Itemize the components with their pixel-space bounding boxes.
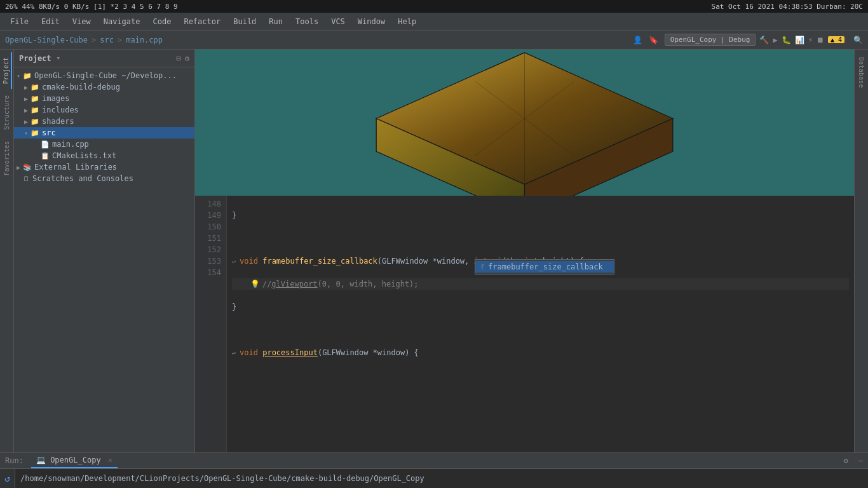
breadcrumb-src[interactable]: src: [100, 36, 114, 44]
debug-icon[interactable]: 🐛: [782, 36, 791, 44]
menu-refactor[interactable]: Refactor: [179, 16, 226, 27]
run-tab-name: OpenGL_Copy: [50, 456, 100, 464]
project-title: Project: [19, 54, 51, 63]
tree-root-label: OpenGL-Single-Cube ~/Develop...: [34, 71, 177, 80]
search-icon[interactable]: 🔍: [853, 36, 863, 44]
run-settings-icon[interactable]: ⚙: [844, 456, 848, 465]
system-bar-left: 26% 44% 8KB/s 0 KB/s [1] *2 3 4 5 6 7 8 …: [5, 3, 178, 11]
run-config-icon[interactable]: ▶: [773, 36, 777, 44]
tree-root[interactable]: ▾ 📁 OpenGL-Single-Cube ~/Develop...: [14, 70, 194, 81]
root-folder-icon: 📁: [23, 72, 32, 80]
line-numbers: 148 149 150 151 152 153 154: [195, 196, 227, 452]
tree-includes[interactable]: ▶ 📁 includes: [14, 104, 194, 116]
tree-cmake-build[interactable]: ▶ 📁 cmake-build-debug: [14, 81, 194, 93]
favorites-icon[interactable]: Favorites: [2, 136, 11, 180]
tree-cmakelists[interactable]: ▶ 📋 CMakeLists.txt: [14, 150, 194, 161]
stop-icon[interactable]: ⏹: [817, 36, 824, 44]
src-folder-icon: 📁: [31, 129, 39, 137]
includes-arrow: ▶: [24, 107, 28, 114]
menu-vcs[interactable]: VCS: [326, 16, 350, 27]
system-bar: 26% 44% 8KB/s 0 KB/s [1] *2 3 4 5 6 7 8 …: [0, 0, 868, 13]
breadcrumb-file[interactable]: main.cpp: [126, 36, 163, 44]
tree-external-libs-label: External Libraries: [34, 163, 117, 172]
ac-item-label: framebuffer_size_callback: [488, 262, 603, 271]
menu-navigate[interactable]: Navigate: [98, 16, 146, 27]
run-tab-opengl[interactable]: 💻 OpenGL_Copy ✕: [31, 453, 118, 468]
breadcrumb-project[interactable]: OpenGL-Single-Cube: [5, 36, 88, 44]
cmakelists-icon: 📋: [41, 152, 50, 160]
tree-images-label: images: [42, 94, 69, 103]
menu-window[interactable]: Window: [353, 16, 390, 27]
tree-scratches-label: Scratches and Consoles: [32, 174, 133, 183]
menu-build[interactable]: Build: [228, 16, 261, 27]
left-panel-icons: Project Structure Favorites: [0, 50, 14, 452]
coverage-icon[interactable]: 📊: [795, 36, 804, 44]
tree-shaders[interactable]: ▶ 📁 shaders: [14, 116, 194, 127]
code-line-154: ↩ void processInput(GLFWwindow *window) …: [232, 347, 849, 358]
menu-help[interactable]: Help: [393, 16, 421, 27]
breadcrumb-bar: OpenGL-Single-Cube > src > main.cpp 👤 🔖 …: [0, 30, 868, 50]
run-tab-close[interactable]: ✕: [108, 456, 112, 464]
run-output: /home/snowman/Development/CLionProjects/…: [15, 469, 868, 488]
code-content[interactable]: } ↩ void framebuffer_size_callback(GLFWw…: [227, 196, 854, 452]
right-panel-icons: Database: [854, 50, 868, 452]
project-header-actions: ⊟ ⚙: [177, 54, 189, 63]
code-editor: 148 149 150 151 152 153 154 } ↩ void fra…: [195, 196, 854, 452]
warnings-badge[interactable]: ▲ 4: [828, 36, 844, 43]
config-dropdown[interactable]: OpenGL_Copy | Debug: [665, 34, 756, 46]
external-libs-icon: 📚: [23, 163, 32, 172]
run-tab-icon: 💻: [36, 456, 50, 464]
project-dropdown-arrow[interactable]: ▾: [57, 54, 61, 62]
tree-main-cpp[interactable]: ▶ 📄 main.cpp: [14, 139, 194, 150]
main-cpp-icon: 📄: [41, 140, 50, 149]
autocomplete-popup[interactable]: f framebuffer_size_callback: [475, 259, 614, 274]
preview-area: [195, 50, 854, 196]
run-restart-btn[interactable]: ↺: [3, 471, 11, 485]
code-line-152: }: [232, 301, 849, 313]
tree-external-libs[interactable]: ▶ 📚 External Libraries: [14, 161, 194, 173]
menu-run[interactable]: Run: [264, 16, 288, 27]
system-bar-right: Sat Oct 16 2021 04:38:53 Durban: 20C: [712, 3, 863, 11]
bookmark-icon: 🔖: [649, 36, 658, 44]
run-output-path: /home/snowman/Development/CLionProjects/…: [20, 474, 424, 483]
structure-icon[interactable]: Structure: [2, 90, 11, 135]
tree-images[interactable]: ▶ 📁 images: [14, 93, 194, 104]
collapse-all-icon[interactable]: ⊟: [177, 54, 181, 63]
profile-icon[interactable]: ⚡: [808, 36, 813, 44]
tree-main-cpp-label: main.cpp: [52, 140, 89, 149]
run-panel-header: Run: 💻 OpenGL_Copy ✕ ⚙ —: [0, 453, 868, 469]
ac-item-selected[interactable]: f framebuffer_size_callback: [475, 261, 614, 273]
project-icon[interactable]: Project: [1, 52, 12, 89]
cmake-build-arrow: ▶: [24, 84, 28, 91]
scratches-icon: 🗒: [23, 175, 30, 183]
menu-file[interactable]: File: [5, 16, 34, 27]
tree-src-label: src: [42, 128, 56, 137]
main-layout: Project Structure Favorites Project ▾ ⊟ …: [0, 50, 868, 452]
external-libs-arrow: ▶: [17, 164, 20, 171]
menu-code[interactable]: Code: [148, 16, 177, 27]
build-icon[interactable]: 🔨: [759, 36, 769, 44]
database-icon[interactable]: Database: [857, 52, 866, 93]
menu-edit[interactable]: Edit: [36, 16, 65, 27]
breadcrumb-sep2: >: [118, 36, 122, 44]
preview-canvas: [195, 50, 854, 196]
menu-view[interactable]: View: [67, 16, 96, 27]
menu-tools[interactable]: Tools: [290, 16, 323, 27]
includes-folder-icon: 📁: [31, 106, 39, 114]
ac-func-icon: f: [480, 264, 484, 271]
breadcrumb-sep1: >: [92, 36, 96, 44]
tree-shaders-label: shaders: [42, 117, 74, 126]
tree-src[interactable]: ▾ 📁 src: [14, 127, 194, 139]
code-line-153: [232, 324, 849, 336]
run-minimize-icon[interactable]: —: [858, 456, 863, 465]
toolbar-right: 👤 🔖 OpenGL_Copy | Debug 🔨 ▶ 🐛 📊 ⚡ ⏹ ▲ 4 …: [633, 34, 863, 46]
tree-cmake-build-label: cmake-build-debug: [42, 83, 120, 92]
tree-scratches[interactable]: ▶ 🗒 Scratches and Consoles: [14, 173, 194, 184]
shaders-arrow: ▶: [24, 118, 28, 125]
code-line-149: [232, 233, 849, 244]
tree-includes-label: includes: [42, 105, 79, 114]
settings-icon[interactable]: ⚙: [185, 54, 189, 63]
project-panel-header: Project ▾ ⊟ ⚙: [14, 50, 194, 67]
person-icon: 👤: [633, 36, 642, 44]
menu-bar: File Edit View Navigate Code Refactor Bu…: [0, 13, 868, 30]
